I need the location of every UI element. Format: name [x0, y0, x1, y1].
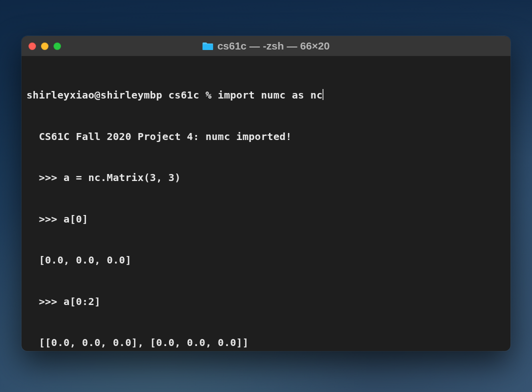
maximize-button[interactable] [54, 42, 61, 50]
minimize-button[interactable] [41, 42, 48, 50]
close-button[interactable] [28, 42, 36, 50]
traffic-lights [28, 42, 61, 50]
terminal-body[interactable]: shirleyxiao@shirleymbp cs61c % import nu… [22, 56, 510, 351]
terminal-window[interactable]: cs61c — -zsh — 66×20 shirleyxiao@shirley… [22, 36, 510, 351]
terminal-line: >>> a[0] [26, 212, 506, 226]
terminal-line: >>> a[0:2] [26, 295, 506, 309]
text-cursor [322, 89, 324, 100]
terminal-line: shirleyxiao@shirleymbp cs61c % import nu… [26, 88, 506, 102]
terminal-text: shirleyxiao@shirleymbp cs61c % import nu… [26, 89, 322, 101]
terminal-line: [[0.0, 0.0, 0.0], [0.0, 0.0, 0.0]] [26, 336, 506, 350]
folder-icon [202, 42, 214, 50]
window-title: cs61c — -zsh — 66×20 [218, 40, 330, 52]
terminal-line: [0.0, 0.0, 0.0] [26, 254, 506, 268]
terminal-line: >>> a = nc.Matrix(3, 3) [26, 171, 506, 185]
window-title-container: cs61c — -zsh — 66×20 [202, 40, 330, 52]
title-bar[interactable]: cs61c — -zsh — 66×20 [22, 36, 510, 56]
terminal-line: CS61C Fall 2020 Project 4: numc imported… [26, 130, 506, 144]
